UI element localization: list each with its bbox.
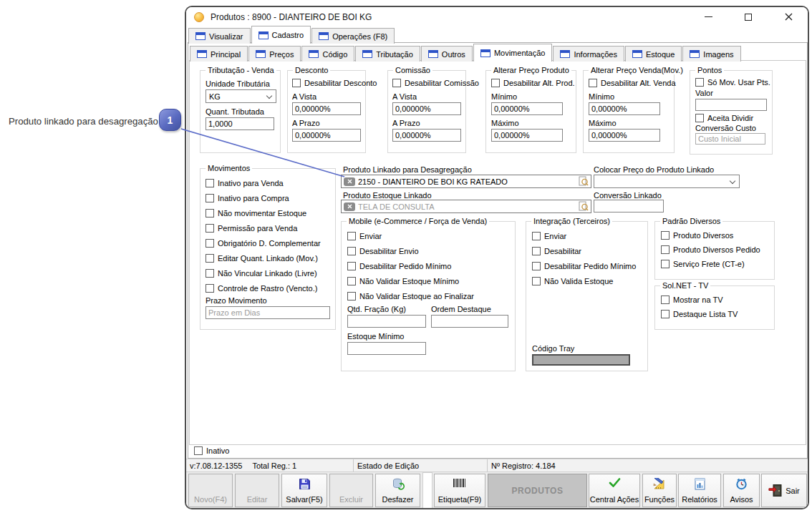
tab-estoque[interactable]: Estoque (625, 46, 682, 62)
mostrar-na-tv-checkbox[interactable] (661, 295, 670, 304)
produto-estoque-field[interactable]: TELA DE CONSULTA (341, 200, 591, 213)
avisos-button[interactable]: Avisos (723, 474, 760, 507)
tab-visualizar[interactable]: Visualizar (188, 28, 251, 44)
checkbox-label: Desabilitar Pedido Mínimo (359, 262, 451, 270)
inativo-checkbox[interactable] (194, 446, 203, 455)
comissao-a-prazo-input[interactable] (392, 129, 461, 142)
mobile-desabilitar-envio-checkbox[interactable] (347, 247, 356, 255)
integracao-desabilitar-checkbox[interactable] (532, 247, 541, 255)
servico-frete-checkbox[interactable] (661, 260, 670, 268)
tab-informacoes[interactable]: Informações (553, 46, 624, 62)
desabilitar-desconto-checkbox[interactable] (292, 79, 301, 87)
pontos-valor-input[interactable] (695, 99, 767, 111)
comissao-a-vista-input[interactable] (392, 102, 461, 115)
obrigatorio-d-complementar-checkbox[interactable] (206, 239, 214, 248)
clear-icon[interactable] (344, 177, 355, 186)
tab-movimentacao[interactable]: Movimentação (473, 44, 553, 62)
minimize-button[interactable] (699, 10, 717, 24)
sair-button[interactable]: Sair (761, 474, 807, 507)
unidade-tributaria-select[interactable]: KG (206, 89, 276, 103)
mobile-desabilitar-pedido-minimo-checkbox[interactable] (347, 262, 356, 270)
close-button[interactable] (779, 10, 798, 24)
controle-de-rastro-checkbox[interactable] (206, 284, 214, 293)
produto-diversos-checkbox[interactable] (661, 231, 670, 240)
checkbox-label: Não Validar Estoque ao Finalizar (359, 292, 474, 301)
prazo-movimento-input[interactable] (206, 306, 330, 319)
maximize-button[interactable] (739, 10, 758, 24)
aceita-dividir-checkbox[interactable] (695, 114, 704, 122)
editar-button[interactable]: Editar (235, 474, 279, 507)
checkbox-label: Não Vincular Linkado (Livre) (218, 269, 317, 278)
quant-tributada-input[interactable] (206, 117, 274, 130)
tab-cadastro[interactable]: Cadastro (251, 26, 311, 44)
checkbox-label: Desabilitar Envio (359, 247, 419, 255)
novo-button[interactable]: Novo(F4) (188, 474, 233, 507)
alarm-clock-icon (724, 478, 759, 490)
search-icon[interactable] (579, 176, 589, 187)
colocar-preco-select[interactable] (594, 175, 740, 188)
ordem-destaque-label: Ordem Destaque (431, 305, 508, 313)
desconto-a-vista-input[interactable] (292, 102, 361, 115)
destaque-lista-tv-checkbox[interactable] (661, 310, 670, 318)
floppy-disk-icon (282, 478, 327, 490)
editar-quant-linkado-checkbox[interactable] (206, 254, 214, 263)
tab-principal[interactable]: Principal (190, 46, 248, 62)
checkbox-label: Editar Quant. Linkado (Mov.) (218, 254, 318, 263)
conversao-linkado-input[interactable] (594, 200, 664, 212)
nao-vincular-linkado-checkbox[interactable] (206, 269, 214, 278)
tab-codigo[interactable]: Código (301, 46, 354, 62)
integracao-nao-valida-estoque-checkbox[interactable] (532, 277, 541, 285)
tab-precos[interactable]: Preços (248, 46, 301, 62)
group-mobile: Mobile (e-Commerce / Força de Venda) Env… (341, 221, 516, 371)
desabilitar-alt-prod-checkbox[interactable] (491, 79, 500, 87)
mobile-inputs-row: Qtd. Fração (Kg) Ordem Destaque (347, 305, 509, 328)
inativo-para-compra-checkbox[interactable] (206, 194, 214, 202)
alt-prod-minimo-input[interactable] (491, 102, 563, 115)
desabilitar-alt-venda-checkbox[interactable] (589, 79, 597, 87)
search-icon[interactable] (579, 201, 589, 212)
inativo-para-venda-checkbox[interactable] (206, 179, 214, 187)
tab-label: Informações (574, 50, 617, 59)
central-acoes-button[interactable]: Central Ações (589, 474, 640, 507)
mobile-nao-validar-estoque-minimo-checkbox[interactable] (347, 277, 356, 285)
desfazer-button[interactable]: Desfazer (375, 474, 420, 507)
conversao-custo-input[interactable] (695, 133, 765, 145)
clear-icon[interactable] (344, 202, 355, 211)
tab-label: Preços (269, 50, 294, 59)
tab-outros[interactable]: Outros (421, 46, 473, 62)
desabilitar-comissao-checkbox[interactable] (392, 79, 401, 87)
codigo-tray-input (532, 354, 630, 366)
tab-imagens[interactable]: Imagens (682, 46, 740, 62)
excluir-button[interactable]: Excluir (329, 474, 373, 507)
funcoes-button[interactable]: Funções (642, 474, 677, 507)
so-mov-usar-pts-checkbox[interactable] (695, 78, 704, 87)
mobile-enviar-checkbox[interactable] (347, 232, 356, 240)
codigo-tray-block: Código Tray (532, 344, 630, 366)
checkbox-label: Obrigatório D. Complementar (218, 239, 321, 248)
qtd-fracao-input[interactable] (347, 315, 426, 328)
tab-label: Visualizar (209, 32, 243, 41)
group-title: Integração (Terceiros) (531, 217, 612, 225)
integracao-desabilitar-pedido-minimo-checkbox[interactable] (532, 262, 541, 270)
alt-venda-maximo-input[interactable] (589, 129, 660, 142)
ordem-destaque-input[interactable] (431, 315, 508, 328)
tab-operacoes[interactable]: Operações (F8) (311, 28, 395, 44)
group-comissao: Comissão Desabilitar Comissão A Vista A … (387, 70, 466, 153)
salvar-button[interactable]: Salvar(F5) (281, 474, 327, 507)
permissao-para-venda-checkbox[interactable] (206, 224, 214, 233)
mobile-nao-validar-estoque-finalizar-checkbox[interactable] (347, 292, 356, 301)
integracao-enviar-checkbox[interactable] (532, 232, 541, 240)
produto-diversos-pedido-checkbox[interactable] (661, 245, 670, 254)
alt-prod-maximo-input[interactable] (491, 129, 563, 142)
checkbox-label: Aceita Dividir (707, 114, 753, 122)
relatorios-button[interactable]: Relatórios (678, 474, 721, 507)
estoque-minimo-input[interactable] (347, 342, 426, 355)
tab-tributacao[interactable]: Tributação (355, 46, 420, 62)
etiqueta-button[interactable]: Etiqueta(F9) (434, 474, 485, 507)
desconto-a-prazo-input[interactable] (292, 129, 361, 142)
close-icon (785, 13, 793, 21)
nao-movimentar-estoque-checkbox[interactable] (206, 209, 214, 218)
checkbox-row: Produto Diversos Pedido (661, 245, 768, 254)
alt-venda-minimo-input[interactable] (589, 102, 660, 115)
produto-linkado-field[interactable]: 2150 - DIANTEIRO DE BOI KG RATEADO (341, 175, 591, 188)
